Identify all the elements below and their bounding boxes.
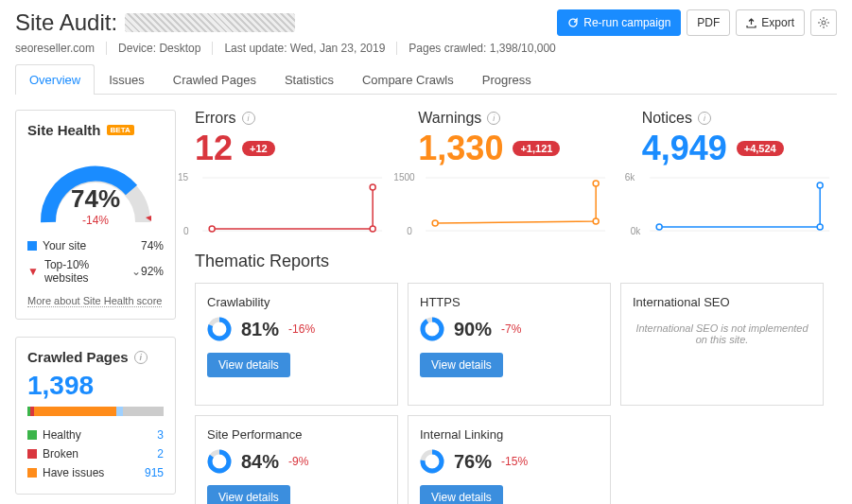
legend-healthy-n[interactable]: 3 bbox=[157, 428, 164, 442]
tab-compare-crawls[interactable]: Compare Crawls bbox=[348, 64, 468, 95]
thematic-title: Thematic Reports bbox=[195, 252, 837, 271]
chevron-down-icon[interactable]: ⌄ bbox=[131, 265, 141, 278]
redacted-domain bbox=[125, 13, 295, 32]
view-details-button[interactable]: View details bbox=[420, 353, 503, 377]
donut-icon bbox=[420, 317, 444, 341]
legend-your-site: Your site bbox=[43, 239, 86, 252]
report-pct: 84% bbox=[241, 451, 279, 473]
donut-icon bbox=[207, 317, 232, 341]
notices-pill: +4,524 bbox=[737, 141, 784, 156]
crawled-title: Crawled Pages bbox=[27, 349, 129, 365]
notices-metric: Noticesi 4,949+4,524 6k 0k bbox=[642, 110, 837, 233]
tab-overview[interactable]: Overview bbox=[15, 64, 95, 95]
caret-down-icon: ▼ bbox=[27, 265, 39, 278]
refresh-icon bbox=[567, 17, 579, 28]
report-delta: -16% bbox=[288, 322, 315, 336]
donut-icon bbox=[207, 449, 232, 474]
tab-crawled-pages[interactable]: Crawled Pages bbox=[159, 64, 270, 95]
errors-value: 12 bbox=[195, 129, 233, 168]
crawled-pages-card: Crawled Pages i 1,398 Healthy3 Broken2 H… bbox=[15, 337, 176, 495]
svg-point-9 bbox=[432, 220, 438, 226]
legend-your-val: 74% bbox=[141, 239, 164, 252]
crawled-count: 1,398 bbox=[27, 371, 164, 401]
view-details-button[interactable]: View details bbox=[207, 353, 290, 377]
report-empty-msg: International SEO is not implemented on … bbox=[633, 317, 811, 345]
page-title: Site Audit: bbox=[15, 9, 117, 36]
tab-statistics[interactable]: Statistics bbox=[270, 64, 348, 95]
tabs: Overview Issues Crawled Pages Statistics… bbox=[15, 64, 837, 95]
meta-last-update: Last update: Wed, Jan 23, 2019 bbox=[213, 42, 397, 55]
report-title: Crawlability bbox=[207, 295, 386, 309]
report-intl-seo: International SEO International SEO is n… bbox=[620, 283, 824, 406]
rerun-button[interactable]: Re-run campaign bbox=[557, 9, 681, 36]
view-details-button[interactable]: View details bbox=[207, 485, 290, 504]
axis-label: 15 bbox=[178, 172, 188, 182]
square-icon bbox=[27, 468, 37, 478]
report-title: International SEO bbox=[633, 295, 811, 309]
report-internal-linking: Internal Linking 76% -15% View details bbox=[408, 415, 611, 504]
notices-label: Notices bbox=[642, 110, 692, 127]
svg-point-6 bbox=[370, 184, 375, 190]
legend-top10: Top-10% websites bbox=[44, 258, 126, 285]
report-delta: -15% bbox=[501, 455, 528, 468]
report-site-performance: Site Performance 84% -9% View details bbox=[195, 415, 398, 504]
settings-button[interactable] bbox=[810, 9, 837, 36]
svg-point-4 bbox=[209, 226, 215, 232]
report-title: Internal Linking bbox=[420, 427, 599, 442]
report-title: HTTPS bbox=[420, 295, 599, 309]
report-pct: 90% bbox=[454, 319, 492, 340]
export-button[interactable]: Export bbox=[736, 9, 805, 36]
square-icon bbox=[27, 449, 37, 459]
svg-point-16 bbox=[817, 182, 823, 188]
axis-label: 1500 bbox=[393, 172, 414, 182]
crawled-bar bbox=[27, 407, 164, 416]
tab-progress[interactable]: Progress bbox=[468, 64, 546, 95]
axis-label: 6k bbox=[625, 172, 635, 182]
report-title: Site Performance bbox=[207, 427, 386, 442]
legend-broken: Broken bbox=[43, 447, 78, 461]
square-icon bbox=[27, 430, 37, 440]
svg-point-15 bbox=[817, 224, 823, 230]
svg-point-5 bbox=[370, 226, 375, 232]
pdf-button[interactable]: PDF bbox=[687, 9, 730, 36]
info-icon[interactable]: i bbox=[134, 351, 148, 364]
gear-icon bbox=[817, 16, 830, 29]
warnings-pill: +1,121 bbox=[513, 141, 560, 156]
export-icon bbox=[746, 18, 756, 28]
square-icon bbox=[27, 241, 37, 251]
report-pct: 81% bbox=[241, 319, 279, 340]
warnings-chart bbox=[418, 176, 613, 233]
legend-top10-val: 92% bbox=[141, 265, 164, 278]
beta-badge: BETA bbox=[107, 125, 134, 135]
info-icon[interactable]: i bbox=[698, 112, 711, 125]
gauge-percent: 74% bbox=[34, 184, 157, 214]
warnings-value: 1,330 bbox=[418, 129, 503, 168]
errors-chart bbox=[195, 176, 390, 233]
export-label: Export bbox=[761, 16, 794, 29]
meta-device: Device: Desktop bbox=[107, 42, 213, 55]
warnings-metric: Warningsi 1,330+1,121 1500 0 bbox=[418, 110, 613, 233]
axis-label: 0 bbox=[407, 226, 412, 236]
svg-point-10 bbox=[593, 218, 599, 224]
errors-label: Errors bbox=[195, 110, 236, 127]
axis-label: 0k bbox=[631, 226, 641, 236]
warnings-label: Warnings bbox=[418, 110, 481, 127]
notices-value: 4,949 bbox=[642, 129, 727, 168]
view-details-button[interactable]: View details bbox=[420, 485, 503, 504]
axis-label: 0 bbox=[183, 226, 189, 236]
legend-issues-n[interactable]: 915 bbox=[145, 466, 164, 479]
site-health-title: Site Health bbox=[27, 122, 101, 138]
site-health-more-link[interactable]: More about Site Health score bbox=[27, 295, 162, 307]
info-icon[interactable]: i bbox=[487, 112, 500, 125]
svg-point-20 bbox=[423, 320, 442, 339]
legend-broken-n[interactable]: 2 bbox=[157, 447, 164, 461]
meta-domain: seoreseller.com bbox=[15, 42, 107, 55]
tab-issues[interactable]: Issues bbox=[95, 64, 159, 95]
svg-point-11 bbox=[593, 181, 599, 186]
errors-pill: +12 bbox=[242, 141, 275, 156]
report-delta: -7% bbox=[501, 322, 521, 336]
meta-row: seoreseller.com Device: Desktop Last upd… bbox=[15, 42, 837, 55]
info-icon[interactable]: i bbox=[242, 112, 255, 125]
report-https: HTTPS 90% -7% View details bbox=[408, 283, 611, 406]
report-crawlability: Crawlability 81% -16% View details bbox=[195, 283, 398, 406]
